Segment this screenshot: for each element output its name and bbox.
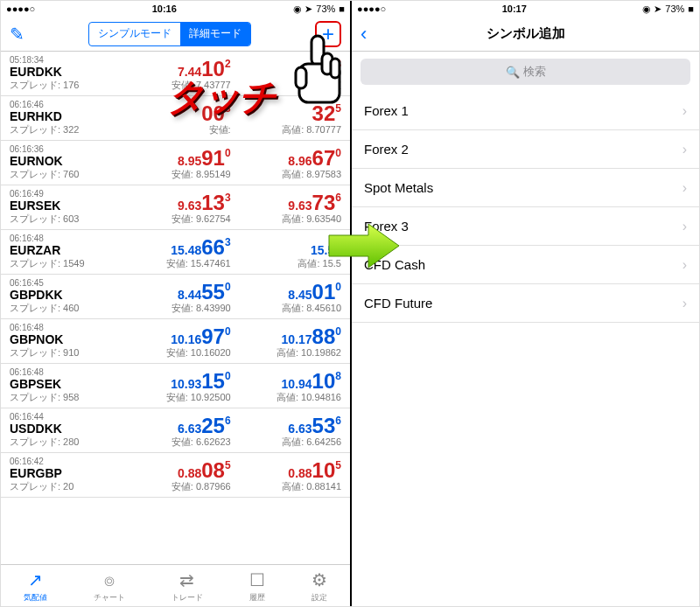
chart-icon: ⌾ <box>104 570 115 590</box>
spread: スプレッド: 322 <box>10 123 120 136</box>
chevron-right-icon: › <box>682 103 687 119</box>
tab-bar: ↗気配値 ⌾チャート ⇄トレード ☐履歴 ⚙設定 <box>1 564 350 607</box>
carrier-dots: ●●●●○ <box>357 3 386 14</box>
low-price: 安値: <box>120 123 230 136</box>
category-list: Forex 1›Forex 2›Spot Metals›Forex 3›CFD … <box>352 92 699 607</box>
symbol: EURGBP <box>10 466 120 480</box>
bid-price: 10.16970 <box>120 323 230 346</box>
timestamp: 05:18:34 <box>10 55 120 65</box>
status-time: 10:17 <box>502 3 527 14</box>
spread: スプレッド: 280 <box>10 436 120 449</box>
timestamp: 06:16:45 <box>10 278 120 288</box>
quote-row[interactable]: 06:16:48GBPNOK10.1697010.17880スプレッド: 910… <box>1 319 350 364</box>
mode-detail[interactable]: 詳細モード <box>180 23 250 45</box>
chevron-right-icon: › <box>682 180 687 196</box>
ask-price: 9.63736 <box>231 189 341 213</box>
search-placeholder: 検索 <box>523 64 546 80</box>
category-row[interactable]: Forex 1› <box>352 92 699 130</box>
symbol: EURNOK <box>10 154 120 168</box>
mode-segmented-control[interactable]: シンプルモード 詳細モード <box>88 22 251 46</box>
category-label: CFD Future <box>364 296 432 310</box>
chevron-right-icon: › <box>682 219 687 234</box>
quotes-list[interactable]: 05:18:34EURDKK7.4410278スプレッド: 176安値: 7.4… <box>1 52 350 564</box>
spread: スプレッド: 910 <box>10 346 120 359</box>
search-icon: 🔍 <box>506 66 520 79</box>
battery-pct: 73% <box>316 3 335 14</box>
bid-price: 9.63133 <box>120 189 230 213</box>
high-price: 高値: 8.45610 <box>231 302 341 315</box>
quote-row[interactable]: 06:16:36EURNOK8.959108.96670スプレッド: 760安値… <box>1 141 350 185</box>
battery-icon: ■ <box>688 3 694 14</box>
bid-price: 15.48663 <box>120 234 230 257</box>
high-price: 高値: 8.70777 <box>231 123 341 136</box>
high-price: 高値: 10.94816 <box>231 391 341 404</box>
low-price: 安値: 8.43990 <box>120 302 230 315</box>
bid-price: 0.88085 <box>120 457 230 480</box>
quote-row[interactable]: 06:16:48EURZAR15.4866315.50スプレッド: 1549安値… <box>1 230 350 275</box>
high-price: 高値: 6.64256 <box>231 436 341 449</box>
timestamp: 06:16:48 <box>10 234 120 243</box>
tab-history[interactable]: ☐履歴 <box>249 569 265 604</box>
symbol: EURHKD <box>10 109 120 123</box>
category-row[interactable]: Forex 3› <box>352 207 699 246</box>
header: ‹ シンボル追加 <box>352 17 699 52</box>
low-price: 安値: 9.62754 <box>120 213 230 226</box>
spread: スプレッド: 958 <box>10 391 120 404</box>
low-price: 安値: 0.87966 <box>120 480 230 493</box>
category-row[interactable]: Forex 2› <box>352 130 699 169</box>
chevron-right-icon: › <box>682 296 687 311</box>
add-symbol-screen: ●●●●○ 10:17 ◉ ➤73%■ ‹ シンボル追加 🔍 検索 Forex … <box>350 1 699 607</box>
timestamp: 06:16:46 <box>10 100 120 109</box>
low-price: 安値: 8.95149 <box>120 168 230 181</box>
search-input[interactable]: 🔍 検索 <box>360 59 690 85</box>
ask-price: 8.96670 <box>231 144 341 168</box>
touch-annotation: タッチ <box>167 73 275 122</box>
add-symbol-button[interactable]: + <box>315 21 341 47</box>
symbol: GBPSEK <box>10 377 120 391</box>
spread: スプレッド: 1549 <box>10 257 120 270</box>
ask-price: 8.45010 <box>231 278 341 302</box>
quote-row[interactable]: 06:16:49EURSEK9.631339.63736スプレッド: 603安値… <box>1 185 350 230</box>
arrow-annotation-icon <box>325 220 403 272</box>
category-label: Spot Metals <box>364 180 433 195</box>
symbol: GBPDKK <box>10 288 120 302</box>
category-row[interactable]: CFD Cash› <box>352 246 699 284</box>
symbol: GBPNOK <box>10 332 120 346</box>
tab-settings[interactable]: ⚙設定 <box>312 569 327 604</box>
spread: スプレッド: 603 <box>10 213 120 226</box>
ask-price: 10.94108 <box>231 367 341 391</box>
timestamp: 06:16:42 <box>10 457 120 466</box>
spread: スプレッド: 760 <box>10 168 120 181</box>
category-label: Forex 1 <box>364 103 409 118</box>
page-title: シンボル追加 <box>486 25 565 42</box>
mode-simple[interactable]: シンプルモード <box>89 23 180 45</box>
tab-trade[interactable]: ⇄トレード <box>172 569 203 604</box>
nav-icon: ◉ ➤ <box>293 3 312 15</box>
symbol: USDDKK <box>10 422 120 436</box>
quote-row[interactable]: 06:16:45GBPDKK8.445508.45010スプレッド: 460安値… <box>1 275 350 319</box>
battery-icon: ■ <box>339 3 345 14</box>
header-toolbar: ✎ シンプルモード 詳細モード + <box>1 17 350 52</box>
low-price: 安値: 6.62623 <box>120 436 230 449</box>
chevron-right-icon: › <box>682 142 687 157</box>
high-price: 高値: 0.88141 <box>231 480 341 493</box>
edit-icon[interactable]: ✎ <box>10 24 24 45</box>
symbol: EURZAR <box>10 243 120 257</box>
low-price: 安値: 10.92500 <box>120 391 230 404</box>
back-button[interactable]: ‹ <box>360 23 367 45</box>
bid-price: 6.63256 <box>120 412 230 436</box>
category-label: Forex 2 <box>364 142 409 157</box>
spread: スプレッド: 460 <box>10 302 120 315</box>
carrier-dots: ●●●●○ <box>6 3 35 14</box>
timestamp: 06:16:48 <box>10 323 120 332</box>
tab-chart[interactable]: ⌾チャート <box>94 570 125 604</box>
category-row[interactable]: Spot Metals› <box>352 169 699 207</box>
nav-icon: ◉ ➤ <box>642 3 662 15</box>
spread: スプレッド: 176 <box>10 79 120 92</box>
timestamp: 06:16:49 <box>10 189 120 199</box>
quote-row[interactable]: 06:16:42EURGBP0.880850.88105スプレッド: 20安値:… <box>1 453 350 498</box>
quote-row[interactable]: 06:16:44USDDKK6.632566.63536スプレッド: 280安値… <box>1 408 350 453</box>
tab-quotes[interactable]: ↗気配値 <box>24 569 47 604</box>
category-row[interactable]: CFD Future› <box>352 284 699 323</box>
quote-row[interactable]: 06:16:48GBPSEK10.9315010.94108スプレッド: 958… <box>1 364 350 408</box>
